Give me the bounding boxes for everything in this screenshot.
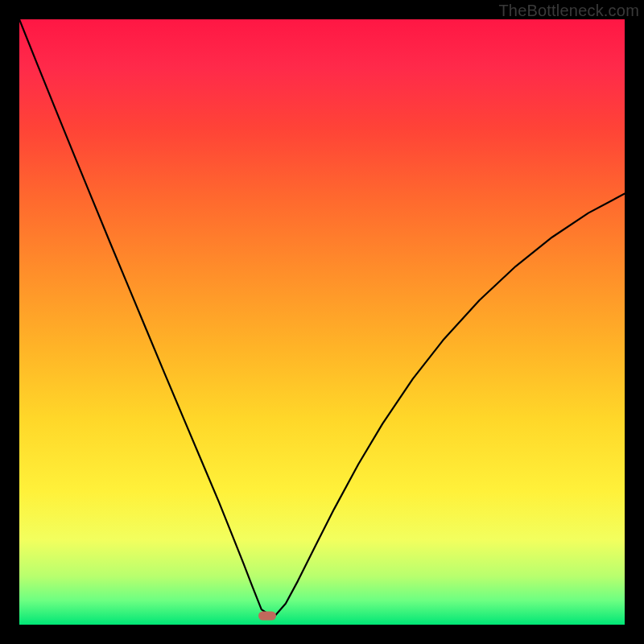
chart-area bbox=[19, 19, 625, 625]
watermark-text: TheBottleneck.com bbox=[498, 2, 639, 20]
bottleneck-curve bbox=[19, 19, 625, 617]
chart-svg bbox=[19, 19, 625, 625]
optimum-marker bbox=[258, 611, 276, 620]
